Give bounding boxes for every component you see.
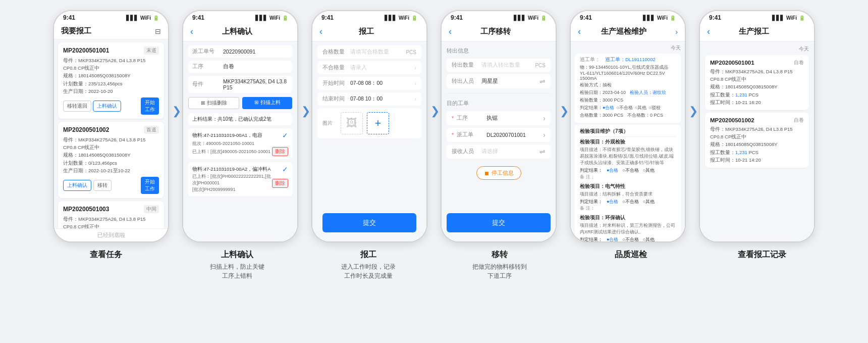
signal-icon-3: ▋▋▋ (385, 15, 397, 21)
p2-back-btn[interactable]: ‹ (190, 26, 193, 37)
p3-pass-qty-placeholder[interactable]: 请填写合格数量 (350, 48, 406, 56)
bottom-label-3: 报工 进入工作时段，记录 工作时长及完成量 (310, 250, 426, 280)
p3-submit-btn[interactable]: 提交 (322, 213, 416, 232)
phone-3-content: ‹ 报工 合格数量 请填写合格数量 PCS 不合格量 请录入 (312, 22, 426, 241)
p6-title: 生产报工 (714, 27, 794, 36)
p5-radio-fail-3[interactable]: ○不合格 (622, 236, 638, 241)
p6-back-btn[interactable]: ‹ (707, 26, 710, 37)
p3-field-pass-qty: 合格数量 请填写合格数量 PCS (317, 45, 421, 59)
wifi-icon-5: WiFi (657, 15, 668, 21)
p6-card-1-report-qty: 报工数量：1,231 PCS (710, 91, 804, 99)
p2-material-2-uploaded-text: 已上料：[批次]PH00022222222201,[批次]PH000001 [批… (192, 173, 272, 193)
p5-radio-other-2[interactable]: ○其他 (643, 199, 655, 205)
p5-check-item-1-title: 检验项目：外观检验 (580, 139, 676, 145)
p4-back-btn[interactable]: ‹ (449, 26, 452, 37)
p3-back-btn[interactable]: ‹ (319, 26, 322, 37)
phone-6-content: ‹ 生产报工 今天 MP20200501001 自卷 (700, 22, 814, 241)
bottom-label-5-title: 品质巡检 (615, 250, 647, 260)
btn-scan-upload[interactable]: ⊞扫描上料 (242, 97, 292, 109)
p2-field-order-label: 派工单号 (192, 48, 220, 55)
status-icons-3: ▋▋▋ WiFi 🔋 (385, 15, 417, 21)
p2-material-1: 物料:47-211031019-00A1，电容 ✓ 批次：490005-2021… (188, 128, 292, 159)
p4-stop-btn[interactable]: ⏹ 停工信息 (476, 166, 521, 180)
time-3: 9:41 (321, 14, 334, 21)
p5-next-btn[interactable]: › (675, 28, 678, 36)
p5-pass-qty-row: 合格数量：3000 PCS 不合格数：0 PCS (580, 112, 676, 119)
p1-title: 我要报工 (61, 26, 91, 36)
p6-card-1-header: MP20200501001 自卷 (710, 59, 804, 66)
p1-card-2: MP20200501002 首道 母件：MKP334K275A26, D4 L3… (58, 122, 164, 198)
p5-check-items-title: 检验项目维护（7项） (580, 128, 676, 137)
status-icons-6: ▋▋▋ WiFi 🔋 (772, 15, 805, 21)
p4-submit-btn[interactable]: 提交 (447, 213, 551, 232)
p5-info-card: 巡工单： 巡工单：DL191110002 物：99-134450101-10YL… (575, 54, 681, 123)
p4-field-receiver: 接收人员 请选择 ⇌ (447, 144, 551, 159)
p5-title: 生产巡检维护 (585, 27, 662, 36)
p5-radio-fail-1[interactable]: ○不合格 (622, 167, 638, 174)
p3-fail-qty-placeholder[interactable]: 请录入 (350, 64, 413, 71)
p5-date-label-row: 今天 (575, 44, 681, 52)
p3-image-label: 图片 (322, 120, 333, 127)
p4-stop-icon: ⏹ (484, 170, 490, 176)
p5-radio-pass-2[interactable]: ●合格 (607, 199, 618, 205)
p6-card-2-report-qty: 报工数量：1,231 PCS (710, 149, 804, 156)
arrow-1-2: ❯ (172, 105, 181, 148)
btn-transfer-back-1[interactable]: 移转退回 (63, 101, 91, 112)
p4-stop-label: 停工信息 (492, 169, 514, 177)
p5-result-other: ○其他 (635, 105, 646, 111)
wifi-icon-3: WiFi (399, 15, 409, 21)
p3-start-time-val[interactable]: 07-08 08：00 (350, 80, 413, 87)
phone-status-bar-4: 9:41 ▋▋▋ WiFi 🔋 (442, 11, 556, 22)
p5-result-label-2: 判定结果： (580, 199, 603, 205)
phone-section-6: 9:41 ▋▋▋ WiFi 🔋 ‹ 生产报工 今天 (699, 10, 815, 242)
p1-card-3-mother: 母件：MKP334K275A26, D4 L3.8 P15 CP0.8 CP线正… (63, 215, 159, 228)
p3-image-add-btn[interactable]: + (367, 112, 389, 134)
p6-card-1-mother: 母件：MKP334K275A26, D4 L3.8 P15 CP0.8 CP线正… (710, 68, 804, 83)
btn-scan-delete[interactable]: ⊠扫描删除 (188, 97, 239, 109)
p2-material-2-del-btn[interactable]: 删除 (272, 179, 288, 188)
p1-card-1-header: MP20200501001 末道 (63, 46, 159, 55)
p5-radio-other-3[interactable]: ○其他 (643, 236, 655, 241)
bottom-label-6-title: 查看报工记录 (738, 250, 786, 260)
p5-result-label: 判定结果： (580, 105, 603, 111)
btn-transfer-2[interactable]: 移转 (93, 180, 112, 191)
p5-check-item-2: 检验项目：电气特性 项目描述：结构拆解，符合资质要求 判定结果： ●合格 ○不合… (580, 183, 676, 212)
btn-upload-confirm-2[interactable]: 上料确认 (63, 180, 91, 191)
bottom-label-4-desc: 把做完的物料移转到 下道工序 (472, 262, 527, 280)
p5-check-method-row: 检验方式：抽检 (580, 82, 676, 88)
p4-qty-placeholder[interactable]: 请填入转出数量 (481, 62, 533, 69)
p2-nav: ‹ 上料确认 (183, 22, 297, 41)
battery-icon-2: 🔋 (282, 15, 288, 21)
p2-field-mother-label: 母件 (192, 81, 220, 88)
p4-process-val: 执锯 (486, 115, 541, 122)
btn-upload-confirm-1[interactable]: 上料确认 (93, 101, 121, 112)
p1-filter-icon[interactable]: ⊟ (155, 27, 161, 35)
phone-section-1: 9:41 ▋▋▋ WiFi 🔋 我要报工 ⊟ (53, 10, 182, 242)
p4-receiver-icon[interactable]: ⇌ (539, 148, 546, 156)
btn-start-1[interactable]: 开始工作 (141, 97, 159, 115)
phone-wrapper-6: 9:41 ▋▋▋ WiFi 🔋 ‹ 生产报工 今天 (699, 10, 815, 242)
p3-end-time-val[interactable]: 07-08 10：00 (350, 95, 413, 103)
p5-radio-other-1[interactable]: ○其他 (643, 167, 655, 174)
p1-card-1-tag: 末道 (144, 46, 159, 55)
p5-fail-qty-val: 不合格数：0 PCS (627, 112, 663, 119)
p1-card-2-plan: 计划数量：0/123,456pcs (63, 159, 159, 167)
p5-note-1: 备 注： (580, 174, 676, 180)
p5-note-2: 备 注： (580, 205, 676, 212)
phone-5: 9:41 ▋▋▋ WiFi 🔋 ‹ 生产巡检维护 › (570, 10, 686, 242)
p2-result-text: 上料结果：共10笔，已确认完成2笔 (188, 113, 292, 125)
p5-back-btn[interactable]: ‹ (578, 26, 581, 37)
p6-nav: ‹ 生产报工 (700, 22, 814, 41)
battery-icon-6: 🔋 (799, 15, 805, 21)
p4-receiver-placeholder[interactable]: 请选择 (481, 148, 537, 155)
p4-person-icon[interactable]: ⇌ (539, 77, 546, 85)
p5-radio-fail-2[interactable]: ○不合格 (622, 199, 638, 205)
btn-start-2[interactable]: 开始工作 (141, 177, 159, 194)
time-5: 9:41 (580, 14, 592, 21)
p4-process-chevron[interactable]: › (543, 114, 546, 122)
p5-radio-pass-3[interactable]: ●合格 (607, 236, 618, 241)
p5-radio-pass-1[interactable]: ●合格 (607, 167, 618, 174)
p4-dispatch-chevron[interactable]: › (543, 131, 546, 139)
p6-body: 今天 MP20200501001 自卷 母件：MKP334K275A26, D4… (700, 41, 814, 241)
p2-material-1-del-btn[interactable]: 删除 (272, 147, 288, 156)
